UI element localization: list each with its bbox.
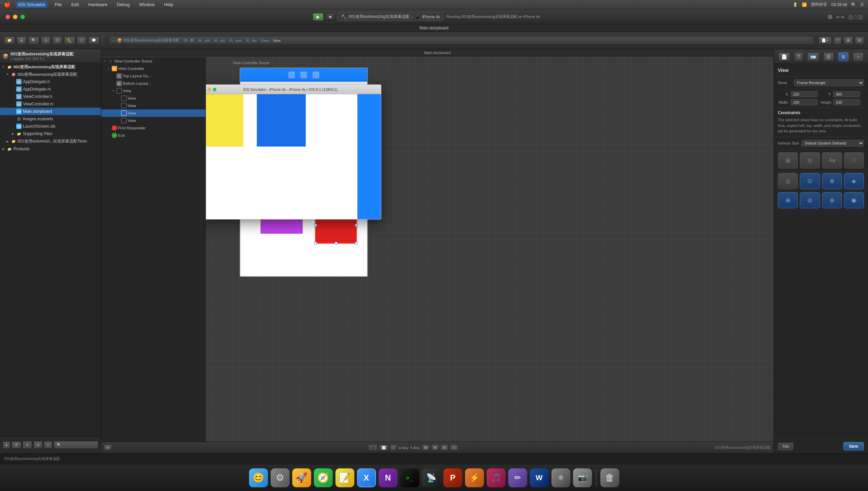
- menu-edit[interactable]: Edit: [69, 1, 81, 8]
- outline-view-3[interactable]: ▶ View: [101, 109, 206, 117]
- outline-bottom-layout[interactable]: ▶ BL Bottom Layout...: [101, 80, 206, 87]
- menu-help[interactable]: Help: [162, 1, 175, 8]
- back-forward-icons[interactable]: ⇐⇒: [836, 14, 844, 20]
- filter-input[interactable]: 🔍: [54, 441, 98, 449]
- icon-btn-7[interactable]: ⊗: [822, 173, 842, 189]
- breadcrumb-project[interactable]: 001使用autoresizing实现屏幕适配: [124, 38, 180, 43]
- issue-btn[interactable]: ⚠: [23, 441, 32, 449]
- x-input[interactable]: [791, 91, 818, 97]
- sidebar-item-vc-m[interactable]: ▶ m ViewController.m: [0, 100, 101, 108]
- quick-open-btn[interactable]: ?: [834, 37, 842, 44]
- icon-btn-4[interactable]: ⬡: [844, 152, 864, 169]
- vcs-btn[interactable]: ⊙: [33, 441, 43, 449]
- width-input[interactable]: [791, 99, 818, 105]
- add-btn[interactable]: +: [3, 441, 10, 449]
- sim-minimize[interactable]: [208, 88, 211, 91]
- outline-view-2[interactable]: ▶ View: [101, 102, 206, 109]
- breadcrumb-vller[interactable]: Vi...ller: [246, 38, 257, 43]
- test-navigator-btn[interactable]: ☑: [53, 36, 62, 44]
- dock-notes[interactable]: 📝: [335, 468, 354, 487]
- dock-atom[interactable]: ⚛: [551, 468, 570, 487]
- panel-toggle-icons[interactable]: ◫ □ ◫: [848, 14, 863, 20]
- outline-view-1[interactable]: ▶ View: [101, 95, 206, 102]
- sidebar-item-tests[interactable]: ▶ 📁 001使用autoresizi...实现屏幕适配Tests: [0, 137, 101, 145]
- input-method[interactable]: 搜狗拼音: [811, 2, 827, 7]
- sidebar-item-appdelegate-m[interactable]: ▶ m AppDelegate.m: [0, 85, 101, 93]
- nav-back-btn[interactable]: ‹: [112, 38, 113, 43]
- maximize-button[interactable]: [20, 15, 25, 19]
- dock-system-prefs[interactable]: ⚙: [271, 468, 290, 487]
- icon-btn-2[interactable]: ⊙: [800, 152, 820, 169]
- icon-btn-9[interactable]: ⊕: [778, 192, 798, 208]
- breadcrumb-view2[interactable]: View: [273, 38, 281, 43]
- item-btn[interactable]: Item: [843, 442, 864, 450]
- attributes-inspector-btn[interactable]: ☰: [823, 52, 834, 61]
- quick-help-btn[interactable]: ?: [794, 52, 803, 61]
- menu-window[interactable]: Window: [137, 1, 157, 8]
- run-button[interactable]: ▶: [313, 13, 323, 21]
- icon-btn-5[interactable]: ◎: [778, 173, 798, 189]
- dock-instrument[interactable]: 🎵: [487, 468, 506, 487]
- breadcrumb-mse[interactable]: M...se): [214, 38, 225, 43]
- notification-icon[interactable]: ☰: [860, 2, 864, 7]
- sidebar-item-appdelegate-h[interactable]: ▶ h AppDelegate.h: [0, 78, 101, 85]
- sidebar-item-launchscreen[interactable]: ▶ xib LaunchScreen.xib: [0, 123, 101, 130]
- sim-maximize[interactable]: [213, 88, 216, 91]
- size-width-btn[interactable]: ⬜: [379, 445, 388, 450]
- pin-btn[interactable]: ⊕: [431, 445, 439, 450]
- stop-button[interactable]: ■: [326, 13, 334, 21]
- breadcrumb-m[interactable]: M...ard: [198, 38, 210, 43]
- sidebar-item-vc-h[interactable]: ▶ h ViewController.h: [0, 93, 101, 100]
- debug-navigator-btn[interactable]: 🐛: [64, 36, 75, 44]
- icon-btn-3[interactable]: Aa: [822, 152, 842, 169]
- size-aspect-btn[interactable]: ⬛: [369, 445, 377, 450]
- standard-editor-btn[interactable]: ⊞: [844, 36, 853, 44]
- scheme-selector[interactable]: 🔨 001使用autoresizing实现屏幕适配 › 📱 iPhone 4s: [337, 12, 444, 21]
- dock-filezilla[interactable]: ⚡: [465, 468, 484, 487]
- breakpoint-navigator-btn[interactable]: ⬡: [77, 36, 86, 44]
- icon-btn-10[interactable]: ⊘: [800, 192, 820, 208]
- ios-simulator-overlay[interactable]: iOS Simulator - iPhone 4s - iPhone 4s / …: [206, 84, 381, 219]
- breadcrumb-view1[interactable]: View: [261, 38, 269, 43]
- icon-btn-8[interactable]: ◈: [844, 173, 864, 189]
- size-inspector-btn[interactable]: ⊞: [838, 52, 848, 61]
- dock-onenote[interactable]: N: [379, 468, 398, 487]
- menu-ios-simulator[interactable]: iOS Simulator: [16, 1, 47, 8]
- sidebar-item-supporting[interactable]: ▶ 📁 Supporting Files: [0, 130, 101, 137]
- icon-btn-1[interactable]: ⊞: [778, 152, 798, 169]
- sidebar-item-images[interactable]: ▶ 🖼 Images.xcassets: [0, 115, 101, 123]
- group-btn[interactable]: □: [44, 441, 52, 449]
- outline-exit[interactable]: ▶ → Exit: [101, 132, 206, 139]
- report-navigator-btn[interactable]: 💬: [88, 36, 99, 44]
- dock-screenshot[interactable]: 📷: [573, 468, 592, 487]
- dock-launchpad[interactable]: 🚀: [292, 468, 311, 487]
- menu-debug[interactable]: Debug: [115, 1, 132, 8]
- breadcrumb-vene[interactable]: Vi...ene: [229, 38, 242, 43]
- back-nav-btn[interactable]: Title: [778, 443, 793, 450]
- menu-hardware[interactable]: Hardware: [86, 1, 109, 8]
- outline-top-layout[interactable]: ▶ TL Top Layout Gu...: [101, 72, 206, 80]
- symbol-navigator-btn[interactable]: ☰: [17, 36, 26, 44]
- dock-powerpoint[interactable]: P: [443, 468, 462, 487]
- issues-btn[interactable]: ⚠: [450, 445, 458, 450]
- dock-cast[interactable]: 📡: [422, 468, 441, 487]
- show-select[interactable]: Frame Rectangle: [794, 79, 864, 86]
- breadcrumb-00[interactable]: 00...配: [184, 38, 194, 43]
- sidebar-item-products[interactable]: ▶ 📁 Products: [0, 145, 101, 153]
- file-inspector-btn[interactable]: 📄: [778, 52, 790, 61]
- close-button[interactable]: [5, 15, 10, 19]
- identity-inspector-btn[interactable]: 🪪: [807, 52, 819, 61]
- fixed-btn[interactable]: ⊞: [422, 445, 429, 450]
- dock-safari[interactable]: 🧭: [314, 468, 333, 487]
- dock-trash[interactable]: 🗑: [600, 468, 619, 487]
- dock-sketch[interactable]: ✏: [508, 468, 527, 487]
- intrinsic-select[interactable]: Default (System Defined): [802, 140, 864, 147]
- issue-navigator-btn[interactable]: ⚠: [41, 36, 51, 44]
- height-input[interactable]: [833, 99, 860, 105]
- search-navigator-btn[interactable]: 🔍: [28, 36, 39, 44]
- outline-view-4[interactable]: ▶ View: [101, 117, 206, 124]
- dock-finder[interactable]: 😊: [249, 468, 268, 487]
- size-height-btn[interactable]: ↕: [390, 445, 397, 450]
- icon-btn-12[interactable]: ◉: [844, 192, 864, 208]
- icon-btn-6[interactable]: ⊙: [800, 173, 820, 189]
